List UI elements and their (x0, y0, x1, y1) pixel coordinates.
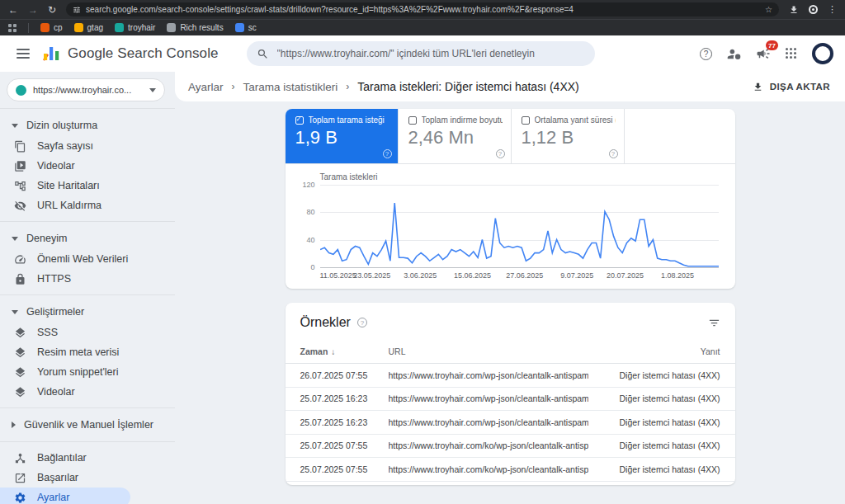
bookmark-cp-favicon (40, 23, 50, 32)
chevron-down-icon (149, 88, 156, 92)
sidebar-item-videos-enhancement[interactable]: Videolar (0, 382, 175, 402)
bookmark-gtag-favicon (74, 23, 83, 32)
x-axis-tick: 27.06.2025 (506, 271, 543, 280)
sidebar-item-url-removal[interactable]: URL Kaldırma (0, 195, 175, 215)
chart-series-label: Tarama istekleri (320, 172, 722, 181)
download-icon (753, 82, 763, 92)
cell-time: 25.07.2025 16:23 (300, 417, 389, 427)
sidebar: https://www.troyhair.co... Dizin oluştur… (0, 72, 175, 504)
crawl-chart: Tarama istekleri 04080120 11.05.202523.0… (286, 164, 735, 289)
header-actions: ? 77 (700, 43, 833, 64)
help-icon[interactable]: ? (609, 149, 618, 158)
section-security-manual-actions[interactable]: Güvenlik ve Manuel İşlemler (0, 414, 175, 436)
sidebar-item-image-metadata[interactable]: Resim meta verisi (0, 342, 175, 362)
sidebar-item-faq[interactable]: SSS (0, 323, 175, 342)
notifications-icon[interactable]: 77 (756, 46, 771, 61)
bookmark-troyhair[interactable]: troyhair (115, 23, 155, 32)
section-indexing[interactable]: Dizin oluşturma (0, 115, 175, 136)
sidebar-item-links[interactable]: Bağlantılar (0, 448, 175, 468)
metric-total-download-size[interactable]: Toplam indirme boyutu (B... 2,46 Mn ? (399, 109, 512, 163)
export-button[interactable]: DIŞA AKTAR (753, 82, 830, 92)
google-apps-icon[interactable] (786, 48, 797, 59)
sidebar-item-videos-indexing[interactable]: Videolar (0, 156, 175, 176)
cell-response: Diğer istemci hatası (4XX) (588, 464, 720, 474)
cell-response: Diğer istemci hatası (4XX) (588, 370, 720, 380)
cell-url: https://www.troyhair.com/wp-json/cleanta… (389, 393, 588, 403)
video-icon (14, 160, 26, 172)
bookmarks-divider (28, 23, 29, 33)
link-nodes-icon (14, 452, 26, 464)
cell-time: 25.07.2025 07:55 (300, 440, 389, 450)
section-experience[interactable]: Deneyim (0, 228, 175, 249)
crawl-chart-xlabels: 11.05.202523.05.20253.06.202515.06.20252… (320, 271, 722, 282)
layers-icon (14, 386, 26, 398)
manage-users-icon[interactable] (727, 47, 741, 61)
metric-value: 2,46 Mn (408, 127, 503, 148)
metric-total-crawl-requests[interactable]: Toplam tarama isteği 1,9 B ? (286, 109, 399, 163)
sidebar-item-settings[interactable]: Ayarlar (0, 488, 130, 504)
help-icon[interactable]: ? (496, 149, 505, 158)
breadcrumb-settings[interactable]: Ayarlar (188, 81, 224, 93)
forward-icon[interactable]: → (28, 5, 38, 15)
downloads-icon[interactable] (789, 5, 799, 15)
bookmark-rich-results[interactable]: Rich results (167, 23, 223, 32)
breadcrumb-crawl-stats[interactable]: Tarama istatistikleri (243, 81, 338, 93)
bookmark-gtag[interactable]: gtag (74, 23, 103, 32)
browser-actions: ⋮ (789, 4, 837, 15)
lock-icon (14, 273, 26, 285)
site-info-icon[interactable] (73, 6, 81, 14)
search-input[interactable] (277, 48, 585, 59)
breadcrumb: Ayarlar › Tarama istatistikleri › Tarama… (188, 80, 579, 93)
menu-hamburger-icon[interactable] (17, 49, 30, 59)
column-time-sort[interactable]: Zaman ↓ (300, 346, 389, 356)
sidebar-item-core-web-vitals[interactable]: Önemli Web Verileri (0, 249, 175, 269)
filter-icon[interactable] (708, 317, 720, 329)
divider (0, 108, 175, 109)
sidebar-item-achievements[interactable]: Başarılar (0, 468, 175, 488)
x-axis-tick: 15.06.2025 (454, 271, 491, 280)
property-selector[interactable]: https://www.troyhair.co... (7, 78, 165, 101)
account-avatar[interactable] (812, 43, 833, 64)
checkbox-checked-icon[interactable] (295, 116, 304, 125)
bookmark-star-icon[interactable]: ☆ (765, 5, 772, 14)
bookmarks-bar: cp gtag troyhair Rich results sc (0, 19, 845, 35)
gsc-logo[interactable]: Google Search Console (41, 44, 219, 64)
chevron-right-icon (12, 422, 16, 428)
address-bar[interactable]: search.google.com/search-console/setting… (66, 2, 779, 16)
table-row: 25.07.2025 16:23 https://www.troyhair.co… (286, 388, 735, 412)
x-axis-line (320, 267, 719, 268)
help-icon[interactable]: ? (383, 149, 392, 158)
section-enhancements[interactable]: Geliştirmeler (0, 301, 175, 323)
help-icon[interactable]: ? (357, 318, 367, 327)
metric-average-response-time[interactable]: Ortalama yanıt süresi (ms.) 1,12 B ? (512, 109, 625, 163)
checkbox-unchecked-icon[interactable] (522, 116, 530, 125)
breadcrumb-separator: › (346, 81, 349, 92)
url-text: search.google.com/search-console/setting… (86, 5, 760, 14)
x-axis-tick: 3.06.2025 (404, 271, 437, 280)
chevron-down-icon (12, 310, 18, 314)
bookmark-cp[interactable]: cp (40, 23, 63, 32)
back-icon[interactable]: ← (8, 5, 18, 15)
breadcrumb-bar: Ayarlar › Tarama istatistikleri › Tarama… (175, 72, 845, 101)
sidebar-item-https[interactable]: HTTPS (0, 269, 175, 289)
property-url: https://www.troyhair.co... (33, 85, 143, 95)
help-icon[interactable]: ? (700, 48, 712, 60)
column-url: URL (389, 346, 597, 356)
sidebar-item-sitemaps[interactable]: Site Haritaları (0, 176, 175, 195)
url-inspection-search[interactable] (247, 41, 595, 66)
tab-groups-icon[interactable] (8, 24, 17, 32)
x-axis-tick: 9.07.2025 (560, 271, 593, 280)
browser-menu-icon[interactable]: ⋮ (828, 4, 837, 15)
checkbox-unchecked-icon[interactable] (408, 116, 417, 125)
cell-url: https://www.troyhair.com/wp-json/cleanta… (389, 370, 588, 380)
bookmark-sc[interactable]: sc (235, 23, 257, 32)
extension-record-icon[interactable] (809, 5, 818, 14)
samples-table-header: Zaman ↓ URL Yanıt (286, 338, 735, 364)
sidebar-item-review-snippets[interactable]: Yorum snippet'leri (0, 362, 175, 382)
x-axis-tick: 1.08.2025 (661, 271, 694, 280)
pages-icon (14, 140, 26, 153)
reload-icon[interactable]: ↻ (48, 5, 56, 15)
x-axis-tick: 11.05.2025 (320, 271, 356, 280)
cell-response: Diğer istemci hatası (4XX) (588, 417, 720, 427)
sidebar-item-pages[interactable]: Sayfa sayısı (0, 136, 175, 156)
